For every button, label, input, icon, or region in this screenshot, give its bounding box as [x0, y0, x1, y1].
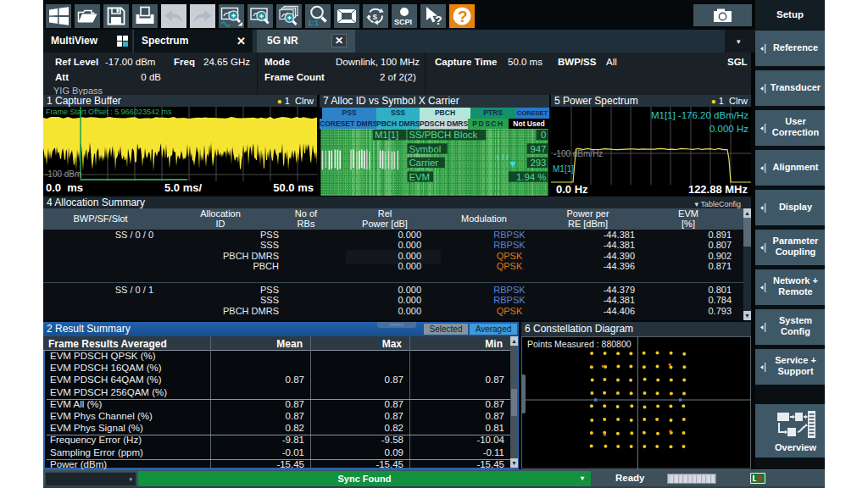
svg-text:-100 dBm: -100 dBm — [45, 169, 81, 179]
svg-text:1:1: 1:1 — [308, 19, 319, 27]
svg-text:s: s — [373, 12, 378, 21]
svg-text:M1[1]: M1[1] — [553, 164, 574, 174]
svg-text:EVM: EVM — [409, 172, 430, 182]
svg-text:-100 dBm/Hz: -100 dBm/Hz — [554, 149, 603, 158]
svg-text:M1[1] -176.20 dBm/Hz: M1[1] -176.20 dBm/Hz — [651, 110, 748, 120]
svg-text:SS/PBCH Block: SS/PBCH Block — [409, 130, 477, 140]
svg-text:Frame Start Offset : 5.9660235: Frame Start Offset : 5.966023542 ms — [46, 108, 172, 116]
svg-text:Symbol: Symbol — [409, 144, 441, 154]
svg-text:Carrier: Carrier — [409, 158, 438, 168]
svg-text:947: 947 — [530, 144, 546, 154]
svg-text:M1[1]: M1[1] — [375, 130, 398, 140]
svg-text:Points Measured : 880800: Points Measured : 880800 — [527, 339, 632, 349]
svg-text:293: 293 — [530, 158, 546, 168]
svg-text:1.94 %: 1.94 % — [516, 172, 546, 182]
svg-text:0.000 Hz: 0.000 Hz — [709, 124, 748, 134]
svg-text:?: ? — [458, 8, 468, 25]
svg-text:0: 0 — [541, 130, 546, 140]
svg-text:?: ? — [435, 14, 442, 27]
svg-text:SCPI: SCPI — [394, 18, 412, 26]
